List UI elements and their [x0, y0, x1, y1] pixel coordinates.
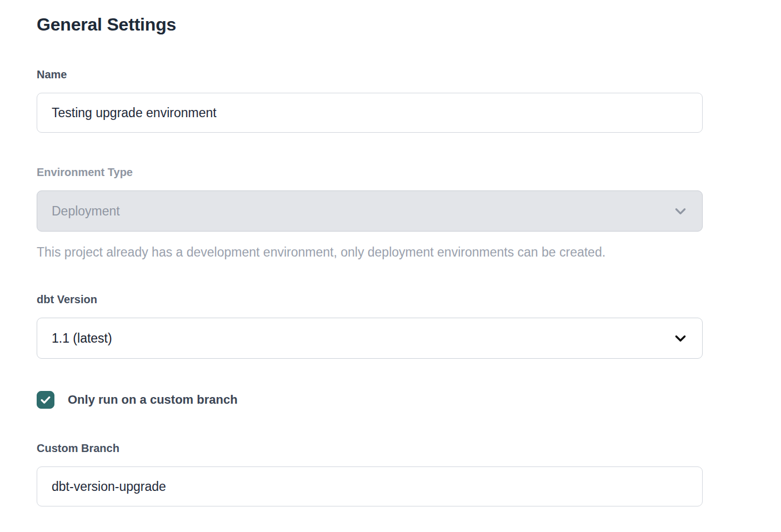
environment-type-field-block: Environment Type Deployment This project… [37, 166, 703, 260]
environment-type-select: Deployment [37, 190, 703, 232]
dbt-version-field-block: dbt Version 1.1 (latest) [37, 293, 703, 359]
name-field-block: Name [37, 68, 703, 133]
custom-branch-checkbox-label[interactable]: Only run on a custom branch [68, 393, 238, 407]
dbt-version-select[interactable]: 1.1 (latest) [37, 318, 703, 359]
custom-branch-input[interactable] [37, 466, 703, 506]
dbt-version-label: dbt Version [37, 293, 703, 306]
dbt-version-selected-value: 1.1 (latest) [52, 331, 112, 346]
checkmark-icon [39, 394, 52, 406]
general-settings-page: General Settings Name Environment Type D… [0, 0, 744, 506]
custom-branch-checkbox[interactable] [37, 391, 54, 409]
chevron-down-icon [673, 331, 688, 345]
name-field-label: Name [37, 68, 703, 81]
chevron-down-icon [673, 204, 688, 218]
environment-type-helper-text: This project already has a development e… [37, 245, 703, 260]
environment-type-selected-value: Deployment [52, 204, 120, 219]
custom-branch-toggle-row: Only run on a custom branch [37, 391, 744, 409]
custom-branch-field-block: Custom Branch [37, 442, 703, 506]
page-title: General Settings [37, 14, 744, 35]
name-input[interactable] [37, 93, 703, 133]
environment-type-label: Environment Type [37, 166, 703, 179]
custom-branch-label: Custom Branch [37, 442, 703, 455]
